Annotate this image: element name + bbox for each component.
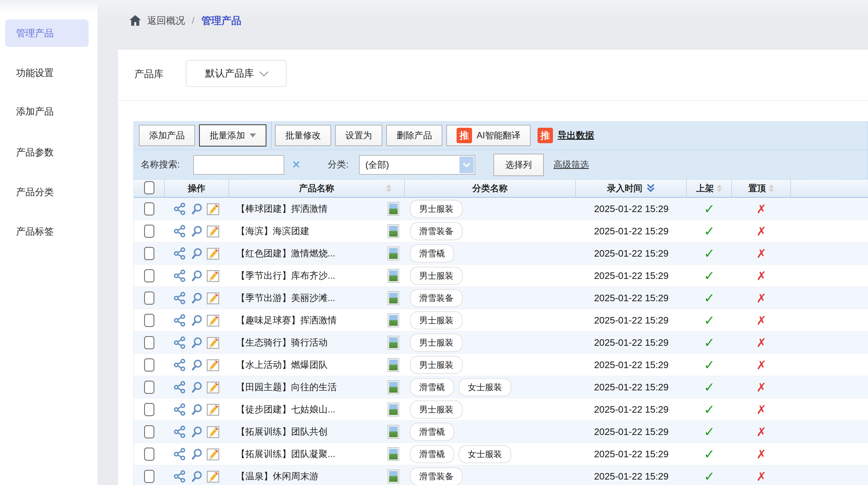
pinned-cross-icon[interactable]: ✗	[732, 246, 791, 260]
set-as-button[interactable]: 设置为	[335, 125, 382, 146]
preview-icon[interactable]	[191, 202, 203, 216]
preview-icon[interactable]	[191, 292, 203, 305]
product-name[interactable]: 【徒步团建】七姑娘山...	[236, 403, 335, 416]
pinned-cross-icon[interactable]: ✗	[732, 335, 791, 350]
header-entry-time[interactable]: 录入时间	[576, 180, 687, 197]
product-image-icon[interactable]	[388, 470, 399, 483]
listed-check-icon[interactable]: ✓	[687, 357, 732, 373]
listed-check-icon[interactable]: ✓	[687, 313, 732, 328]
share-icon[interactable]	[173, 470, 186, 483]
sidebar-item-add-product[interactable]: 添加产品	[5, 98, 89, 125]
sidebar-item-feature-settings[interactable]: 功能设置	[5, 59, 89, 87]
product-name[interactable]: 【温泉】休闲周末游	[236, 470, 318, 483]
product-image-icon[interactable]	[388, 358, 399, 372]
pinned-cross-icon[interactable]: ✗	[732, 202, 791, 216]
pinned-cross-icon[interactable]: ✗	[732, 380, 791, 394]
edit-icon[interactable]	[207, 224, 220, 238]
edit-icon[interactable]	[207, 470, 220, 483]
sidebar-item-product-tags[interactable]: 产品标签	[5, 218, 89, 245]
share-icon[interactable]	[173, 247, 186, 260]
listed-check-icon[interactable]: ✓	[687, 246, 732, 261]
clear-search-icon[interactable]: ✕	[291, 158, 301, 171]
preview-icon[interactable]	[191, 425, 203, 439]
product-name[interactable]: 【趣味足球赛】挥洒激情	[236, 314, 337, 327]
batch-add-button[interactable]: 批量添加	[199, 124, 267, 147]
share-icon[interactable]	[173, 336, 186, 349]
product-image-icon[interactable]	[388, 291, 399, 305]
product-name[interactable]: 【田园主题】向往的生活	[236, 381, 337, 393]
listed-check-icon[interactable]: ✓	[687, 201, 732, 217]
listed-check-icon[interactable]: ✓	[687, 402, 732, 417]
edit-icon[interactable]	[207, 425, 220, 439]
product-image-icon[interactable]	[388, 336, 399, 350]
preview-icon[interactable]	[191, 448, 203, 461]
ai-translate-button[interactable]: 推 AI智能翻译	[446, 125, 531, 146]
share-icon[interactable]	[173, 314, 186, 327]
edit-icon[interactable]	[207, 403, 220, 416]
preview-icon[interactable]	[191, 225, 203, 238]
sort-icon[interactable]	[717, 185, 722, 192]
preview-icon[interactable]	[191, 269, 203, 282]
name-search-input[interactable]	[193, 155, 284, 174]
sidebar-item-product-params[interactable]: 产品参数	[5, 139, 89, 166]
row-checkbox[interactable]	[144, 336, 154, 349]
product-image-icon[interactable]	[388, 202, 399, 216]
pinned-cross-icon[interactable]: ✗	[732, 313, 791, 327]
listed-check-icon[interactable]: ✓	[687, 224, 732, 239]
row-checkbox[interactable]	[144, 358, 154, 371]
row-checkbox[interactable]	[144, 269, 154, 282]
product-image-icon[interactable]	[388, 269, 399, 283]
product-name[interactable]: 【季节出行】库布齐沙...	[236, 269, 335, 282]
product-image-icon[interactable]	[388, 403, 399, 416]
library-dropdown[interactable]: 默认产品库	[186, 60, 286, 87]
advanced-filter-link[interactable]: 高级筛选	[554, 159, 589, 171]
export-data-link[interactable]: 推 导出数据	[537, 128, 594, 143]
row-checkbox[interactable]	[144, 470, 154, 483]
listed-check-icon[interactable]: ✓	[687, 268, 732, 284]
product-name[interactable]: 【拓展训练】团队凝聚...	[236, 448, 335, 460]
edit-icon[interactable]	[207, 447, 220, 461]
product-name[interactable]: 【季节出游】美丽沙滩...	[236, 292, 335, 304]
product-image-icon[interactable]	[388, 380, 399, 394]
row-checkbox[interactable]	[144, 314, 154, 327]
listed-check-icon[interactable]: ✓	[687, 424, 732, 440]
preview-icon[interactable]	[191, 358, 203, 371]
share-icon[interactable]	[173, 202, 186, 216]
product-image-icon[interactable]	[388, 247, 399, 260]
listed-check-icon[interactable]: ✓	[687, 380, 732, 395]
row-checkbox[interactable]	[144, 202, 154, 216]
edit-icon[interactable]	[207, 269, 220, 283]
pinned-cross-icon[interactable]: ✗	[732, 358, 791, 372]
row-checkbox[interactable]	[144, 381, 154, 394]
sort-desc-icon[interactable]	[643, 184, 655, 193]
share-icon[interactable]	[173, 269, 186, 282]
share-icon[interactable]	[173, 358, 186, 371]
edit-icon[interactable]	[207, 380, 220, 394]
sidebar-item-manage-products[interactable]: 管理产品	[5, 20, 89, 47]
product-name[interactable]: 【棒球团建】挥洒激情	[236, 203, 328, 215]
listed-check-icon[interactable]: ✓	[687, 335, 732, 350]
edit-icon[interactable]	[207, 358, 220, 372]
listed-check-icon[interactable]: ✓	[687, 290, 732, 306]
edit-icon[interactable]	[207, 291, 220, 305]
product-name[interactable]: 【红色团建】激情燃烧...	[236, 247, 335, 260]
product-image-icon[interactable]	[388, 314, 399, 327]
preview-icon[interactable]	[191, 247, 203, 260]
batch-edit-button[interactable]: 批量修改	[275, 125, 331, 146]
home-icon[interactable]	[128, 14, 142, 27]
product-name[interactable]: 【海滨】海滨团建	[236, 225, 309, 237]
breadcrumb-back-link[interactable]: 返回概况	[147, 14, 185, 27]
preview-icon[interactable]	[191, 381, 203, 394]
pinned-cross-icon[interactable]: ✗	[732, 224, 791, 238]
share-icon[interactable]	[173, 292, 186, 305]
choose-columns-button[interactable]: 选择列	[493, 154, 544, 176]
edit-icon[interactable]	[207, 202, 220, 216]
edit-icon[interactable]	[207, 336, 220, 350]
preview-icon[interactable]	[191, 314, 203, 327]
product-name[interactable]: 【生态骑行】骑行活动	[236, 336, 328, 349]
sort-icon[interactable]	[386, 185, 392, 192]
edit-icon[interactable]	[207, 247, 220, 260]
sort-icon[interactable]	[769, 185, 774, 192]
product-name[interactable]: 【水上活动】燃爆团队	[236, 359, 328, 371]
listed-check-icon[interactable]: ✓	[687, 446, 732, 462]
